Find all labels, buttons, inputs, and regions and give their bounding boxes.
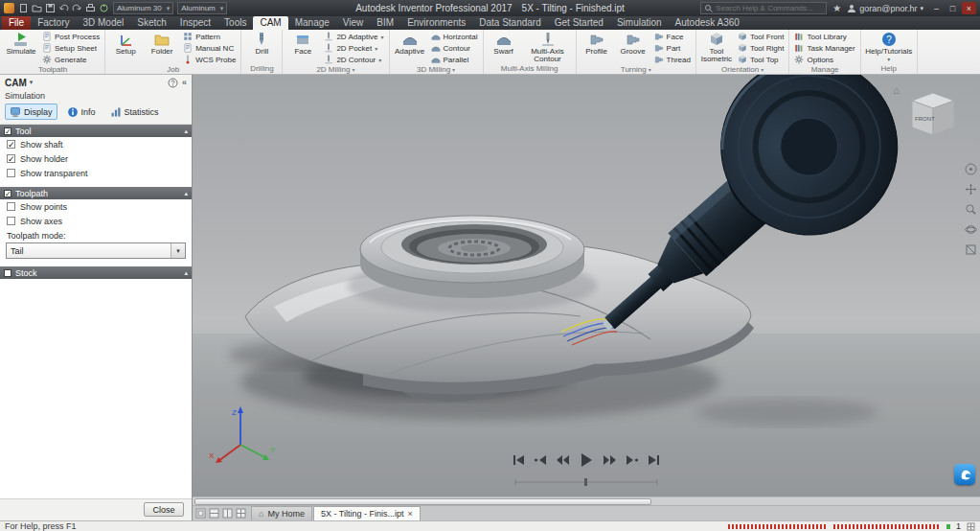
slider-handle[interactable] xyxy=(584,478,587,486)
groove-button[interactable]: Groove xyxy=(616,31,650,65)
tab-file[interactable]: File xyxy=(2,16,31,30)
parallel-button[interactable]: Parallel xyxy=(429,54,480,65)
horizontal-button[interactable]: Horizontal xyxy=(429,31,480,42)
show-shaft-row[interactable]: ✓ Show shaft xyxy=(0,137,192,151)
viewport-3d[interactable]: FRONT ⌂ Z X Y xyxy=(193,75,980,496)
tab-autodesk-a360[interactable]: Autodesk A360 xyxy=(669,16,746,30)
tool-section-header[interactable]: ✓ Tool ▴ xyxy=(0,125,192,137)
face-button[interactable]: Face xyxy=(285,31,320,65)
new-file-icon[interactable] xyxy=(18,3,29,13)
tab-sketch[interactable]: Sketch xyxy=(130,16,173,30)
tab-factory[interactable]: Factory xyxy=(31,16,76,30)
turn-thread-button[interactable]: Thread xyxy=(652,54,693,65)
adaptive-button[interactable]: Adaptive xyxy=(393,31,427,65)
update-icon[interactable] xyxy=(99,3,109,13)
horizontal-scrollbar[interactable] xyxy=(193,496,980,505)
simulation-timeline-slider[interactable] xyxy=(514,477,658,487)
play-button[interactable] xyxy=(579,452,594,468)
tool-isometric-button[interactable]: Tool Isometric xyxy=(699,31,734,65)
tile-horizontal-icon[interactable] xyxy=(209,508,219,519)
tab-document[interactable]: 5X - Tilting - Finis...ipt × xyxy=(313,506,421,520)
options-button[interactable]: Options xyxy=(792,54,856,65)
pattern-button[interactable]: Pattern xyxy=(181,31,238,42)
panel-help-icon[interactable] xyxy=(168,78,178,88)
show-transparent-row[interactable]: Show transparent xyxy=(0,166,192,180)
zoom-icon[interactable] xyxy=(965,203,977,216)
appearance-combo[interactable]: Aluminum ▾ xyxy=(177,2,227,14)
tool-library-button[interactable]: Tool Library xyxy=(792,31,856,42)
look-at-icon[interactable] xyxy=(965,243,977,256)
folder-button[interactable]: Folder xyxy=(145,31,179,65)
skip-to-start-button[interactable] xyxy=(513,454,525,466)
scrollbar-thumb[interactable] xyxy=(194,498,651,505)
contour-button[interactable]: Contour xyxy=(429,42,480,54)
step-back-button[interactable] xyxy=(534,454,547,466)
step-forward-button[interactable] xyxy=(626,454,639,466)
tab-get-started[interactable]: Get Started xyxy=(548,16,610,30)
drill-button[interactable]: Drill xyxy=(244,31,279,63)
fast-forward-button[interactable] xyxy=(603,454,617,466)
close-button[interactable]: Close xyxy=(144,502,184,517)
swarf-button[interactable]: Swarf xyxy=(487,31,521,63)
grid-view-icon[interactable] xyxy=(967,522,975,531)
tab-simulation[interactable]: Simulation xyxy=(610,16,669,30)
task-manager-button[interactable]: Task Manager xyxy=(792,42,856,54)
pan-icon[interactable] xyxy=(965,183,977,196)
print-icon[interactable] xyxy=(85,3,96,13)
tile-vertical-icon[interactable] xyxy=(222,508,233,519)
material-combo[interactable]: Aluminum 30 ▾ xyxy=(113,2,173,14)
collapse-icon[interactable]: ▴ xyxy=(184,127,188,135)
switch-windows-icon[interactable] xyxy=(236,508,246,519)
user-account[interactable]: goran@pnor.hr ▾ xyxy=(847,4,923,13)
show-axes-checkbox[interactable] xyxy=(7,217,15,225)
setup-sheet-button[interactable]: Setup Sheet xyxy=(40,42,102,54)
tool-right-button[interactable]: Tool Right xyxy=(736,42,786,54)
panel-header[interactable]: CAM ▾ « xyxy=(0,75,192,90)
stock-section-header[interactable]: Stock ▴ xyxy=(0,266,192,279)
multi-axis-contour-button[interactable]: Multi-Axis Contour xyxy=(523,31,573,63)
display-button[interactable]: Display xyxy=(5,104,57,120)
toolpath-mode-select[interactable]: Tail ▾ xyxy=(6,242,186,259)
tool-section-checkbox[interactable]: ✓ xyxy=(4,127,11,135)
app-logo-icon[interactable] xyxy=(4,3,14,13)
close-tab-icon[interactable]: × xyxy=(407,509,412,519)
search-input[interactable] xyxy=(716,4,823,12)
view-cube[interactable]: FRONT xyxy=(905,88,961,144)
favorites-star-icon[interactable]: ★ xyxy=(832,4,841,13)
tool-top-button[interactable]: Tool Top xyxy=(736,54,786,65)
collapse-icon[interactable]: ▴ xyxy=(184,269,188,277)
open-file-icon[interactable] xyxy=(32,3,42,13)
manual-nc-button[interactable]: Manual NC xyxy=(181,42,238,54)
show-axes-row[interactable]: Show axes xyxy=(0,214,192,228)
screencast-icon[interactable] xyxy=(954,464,975,485)
skip-to-end-button[interactable] xyxy=(648,454,660,466)
show-points-checkbox[interactable] xyxy=(7,202,15,211)
tab-3d-model[interactable]: 3D Model xyxy=(76,16,130,30)
save-icon[interactable] xyxy=(45,3,56,13)
profile-button[interactable]: Profile xyxy=(580,31,614,65)
post-process-button[interactable]: Post Process xyxy=(40,31,102,42)
minimize-button[interactable]: – xyxy=(929,2,944,14)
show-transparent-checkbox[interactable] xyxy=(7,169,15,177)
search-box[interactable] xyxy=(700,2,827,14)
stock-section-checkbox[interactable] xyxy=(4,269,11,277)
tool-front-button[interactable]: Tool Front xyxy=(736,31,786,42)
tab-inspect[interactable]: Inspect xyxy=(173,16,217,30)
tab-tools[interactable]: Tools xyxy=(217,16,253,30)
toolpath-section-header[interactable]: ✓ Toolpath ▴ xyxy=(0,187,192,199)
steering-wheel-icon[interactable] xyxy=(965,163,977,175)
collapse-icon[interactable]: ▴ xyxy=(184,190,188,197)
2d-contour-button[interactable]: 2D Contour▾ xyxy=(322,54,385,65)
statistics-button[interactable]: Statistics xyxy=(105,104,164,120)
tab-cam[interactable]: CAM xyxy=(253,16,287,30)
cascade-windows-icon[interactable] xyxy=(195,508,206,519)
toolpath-section-checkbox[interactable]: ✓ xyxy=(4,190,11,197)
redo-icon[interactable] xyxy=(72,3,82,13)
tab-bim[interactable]: BIM xyxy=(370,16,400,30)
close-window-button[interactable]: × xyxy=(962,2,976,14)
show-holder-checkbox[interactable]: ✓ xyxy=(7,154,15,163)
info-button[interactable]: Info xyxy=(62,104,101,120)
wcs-probe-button[interactable]: WCS Probe xyxy=(181,54,238,65)
generate-button[interactable]: Generate xyxy=(40,54,102,65)
rewind-button[interactable] xyxy=(556,454,570,466)
